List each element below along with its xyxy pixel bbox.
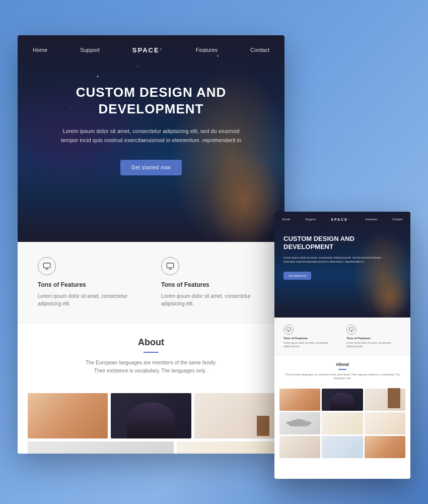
about-section-small: About The European languages are members…	[274, 356, 410, 385]
feature-title-2-small: Tons of Features	[346, 337, 401, 340]
feature-desc-2-large: Lorem ipsum dolor sit amet, consectetur …	[161, 292, 264, 307]
gallery-img-cup-small	[322, 412, 363, 434]
nav-link-contact-small[interactable]: Contact	[392, 218, 403, 221]
hero-content-large: CUSTOM DESIGN AND DEVELOPMENT Lorem ipsu…	[18, 64, 284, 185]
feature-desc-2-small: Lorem ipsum dolor sit amet, consectetur …	[346, 341, 401, 348]
gallery-img-coffee	[194, 393, 274, 438]
cta-button-large[interactable]: Get started now	[120, 160, 182, 175]
monitor-icon-1-small	[283, 325, 294, 335]
gallery-row-1	[28, 393, 274, 438]
nav-link-home-large[interactable]: Home	[33, 47, 47, 53]
gallery-img-tablet-small	[322, 436, 363, 458]
gallery-img-stationery-small	[279, 389, 320, 411]
monitor-icon-2-large	[161, 257, 179, 275]
hero-description-small: Lorem ipsum dolor sit amet, consectetur …	[283, 256, 384, 264]
about-desc-small: The European languages are members of th…	[283, 373, 401, 381]
nav-link-features-small[interactable]: Features	[365, 218, 377, 221]
nav-link-home-small[interactable]: Home	[282, 218, 290, 221]
nav-small: Home Support SPACE· Features Contact	[274, 212, 410, 227]
nav-link-support-small[interactable]: Support	[305, 218, 316, 221]
hero-large: Home Support SPACE· Features Contact CUS…	[18, 35, 284, 242]
gallery-img-shark-small	[279, 412, 320, 434]
nav-link-contact-large[interactable]: Contact	[250, 47, 269, 53]
logo-large: SPACE·	[132, 44, 163, 55]
feature-item-1-small: Tons of Features Lorem ipsum dolor sit a…	[283, 325, 338, 348]
gallery-img-girl-small	[322, 389, 363, 411]
about-divider-large	[144, 352, 159, 353]
feature-item-2-small: Tons of Features Lorem ipsum dolor sit a…	[346, 325, 401, 348]
gallery-img-coffee-small	[365, 389, 405, 411]
gallery-img-cards-small	[365, 412, 405, 434]
nav-link-features-large[interactable]: Features	[196, 47, 218, 53]
hero-title-small: CUSTOM DESIGN AND DEVELOPMENT	[283, 235, 401, 251]
svg-rect-3	[167, 263, 173, 268]
feature-item-1-large: Tons of Features Lorem ipsum dolor sit a…	[38, 257, 141, 307]
nav-link-support-large[interactable]: Support	[80, 47, 100, 53]
gallery-small	[274, 385, 410, 464]
features-section-large: Tons of Features Lorem ipsum dolor sit a…	[18, 242, 284, 323]
gallery-img-girl	[111, 393, 191, 438]
svg-rect-9	[349, 328, 353, 331]
feature-desc-1-small: Lorem ipsum dolor sit amet, consectetur …	[283, 341, 338, 348]
hero-description-large: Lorem ipsum dolor sit amet, consectetur …	[55, 127, 247, 145]
gallery-row-3-small	[279, 436, 405, 458]
features-section-small: Tons of Features Lorem ipsum dolor sit a…	[274, 318, 410, 356]
feature-desc-1-large: Lorem ipsum dolor sit amet, consectetur …	[38, 292, 141, 307]
about-divider-small	[338, 369, 346, 370]
feature-title-1-large: Tons of Features	[38, 281, 141, 288]
hero-title-large: CUSTOM DESIGN AND DEVELOPMENT	[48, 84, 254, 117]
small-mockup: Home Support SPACE· Features Contact CUS…	[274, 212, 410, 479]
svg-rect-6	[287, 328, 291, 331]
about-section-large: About The European languages are members…	[18, 323, 284, 385]
cta-button-small[interactable]: Get started now	[283, 272, 311, 280]
about-desc-large: The European languages are members of th…	[81, 359, 222, 375]
about-title-large: About	[38, 337, 264, 348]
hero-content-small: CUSTOM DESIGN AND DEVELOPMENT Lorem ipsu…	[274, 227, 410, 285]
monitor-icon-2-small	[346, 325, 356, 335]
gallery-row-2-small	[279, 412, 405, 434]
hero-small: Home Support SPACE· Features Contact CUS…	[274, 212, 410, 318]
scene: Home Support SPACE· Features Contact CUS…	[18, 20, 410, 484]
about-title-small: About	[283, 362, 401, 367]
gallery-img-cup	[177, 442, 274, 454]
gallery-img-shark	[28, 442, 174, 454]
nav-large: Home Support SPACE· Features Contact	[18, 35, 284, 64]
gallery-large	[18, 385, 284, 454]
gallery-img-stationery	[28, 393, 108, 438]
gallery-img-stationery2-small	[365, 436, 405, 458]
gallery-row-2	[28, 442, 274, 454]
feature-title-2-large: Tons of Features	[161, 281, 264, 288]
feature-title-1-small: Tons of Features	[283, 337, 338, 340]
gallery-row-1-small	[279, 389, 405, 411]
large-mockup: Home Support SPACE· Features Contact CUS…	[18, 35, 284, 454]
svg-rect-0	[43, 263, 50, 268]
logo-small: SPACE·	[331, 217, 350, 222]
gallery-img-woman-small	[279, 436, 320, 458]
monitor-icon-1-large	[38, 257, 56, 275]
feature-item-2-large: Tons of Features Lorem ipsum dolor sit a…	[161, 257, 264, 307]
